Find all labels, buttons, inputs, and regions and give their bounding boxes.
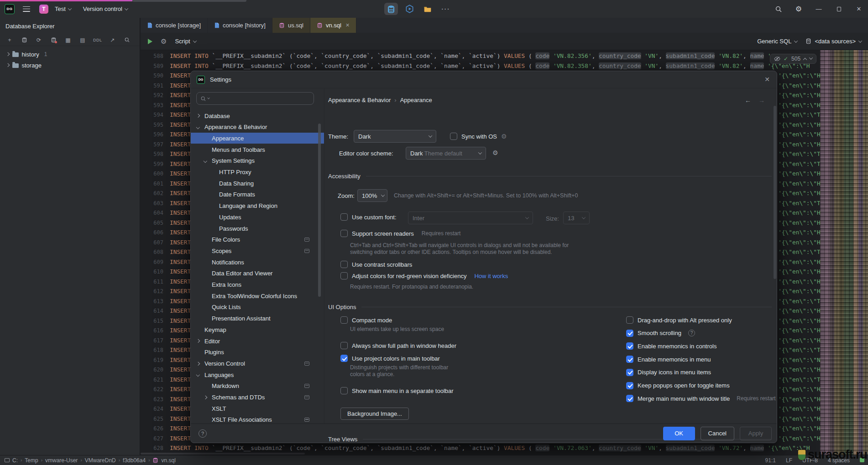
horizontal-scrollbar[interactable] [141,453,305,455]
enable-mnemonics-in-menu-checkbox[interactable] [626,356,633,363]
use-project-colors-in-main-toolbar-checkbox[interactable] [340,355,348,362]
run-services-button[interactable] [403,3,416,15]
sync-os-checkbox[interactable] [450,133,457,140]
chevron-icon[interactable] [204,396,207,399]
gear-icon[interactable]: ⚙ [492,149,498,156]
chevron-right-icon[interactable] [6,52,10,56]
settings-tree-item-passwords[interactable]: Passwords [191,223,324,234]
settings-tree-item-presentation-assistant[interactable]: Presentation Assistant [191,313,324,324]
status-widget-LF[interactable]: LF [786,457,792,464]
theme-select[interactable]: Dark [354,130,436,143]
help-circle-icon[interactable]: ? [688,330,695,336]
show-main-menu-in-a-separate-toolbar-checkbox[interactable] [340,387,348,394]
enable-mnemonics-in-controls-checkbox[interactable] [626,342,633,350]
back-arrow-icon[interactable]: ← [745,97,751,104]
refresh-icon[interactable]: ⟳ [35,36,43,44]
tab-vn-sql[interactable]: vn.sql✕ [310,18,356,33]
contrast-scrollbars-checkbox[interactable] [340,261,348,268]
settings-tree-item-database[interactable]: Database [191,110,324,121]
maximize-button[interactable] [830,0,848,18]
breadcrumb-item[interactable]: f3db06a4 [123,457,146,464]
breadcrumb-item[interactable]: vn.sql [161,457,175,464]
ok-button[interactable]: OK [663,427,695,440]
ddl-icon[interactable]: DDL [93,36,102,44]
scheme-select[interactable]: Dark Theme default [406,147,486,160]
jump-to-icon[interactable]: ↗ [109,36,117,44]
settings-tree-item-appearance[interactable]: Appearance [191,133,324,144]
main-menu-icon[interactable] [23,6,30,12]
redgreen-checkbox[interactable] [340,272,348,279]
smooth-scrolling-checkbox[interactable] [626,330,633,337]
editor-line[interactable]: 628INSERT INTO `__PREFIX__subadmin2` (`c… [141,444,810,452]
inspections-widget[interactable]: ✓ 505 [770,54,816,64]
breadcrumb-item[interactable]: C: [12,457,18,464]
settings-tree-item-notifications[interactable]: Notifications [191,257,324,268]
settings-search-input[interactable] [196,92,314,105]
settings-tree-item-menus-and-toolbars[interactable]: Menus and Toolbars [191,144,324,155]
settings-button[interactable]: ⚙ [790,0,808,18]
settings-tree-item-appearance-behavior[interactable]: Appearance & Behavior [191,122,324,133]
add-icon[interactable]: + [5,36,14,44]
background-image-button[interactable]: Background Image... [340,408,409,420]
chevron-icon[interactable] [196,339,200,343]
script-run-config[interactable]: Script [175,38,196,45]
project-avatar[interactable]: T [39,5,48,14]
layout-grid-icon[interactable]: ▤ [78,36,87,44]
settings-tree-item-scopes[interactable]: Scopes [191,245,324,256]
how-it-works-link[interactable]: How it works [474,273,508,279]
chevron-icon[interactable] [196,373,200,377]
find-icon[interactable] [123,36,131,44]
forward-arrow-icon[interactable]: → [758,97,765,104]
sql-dialect-selector[interactable]: Generic SQL [757,38,797,45]
settings-tree-item-extra-icons[interactable]: Extra Icons [191,279,324,290]
search-everywhere-button[interactable] [769,0,788,18]
content-scrollbar[interactable] [774,106,776,279]
settings-tree-item-updates[interactable]: Updates [191,212,324,222]
settings-tree-item-date-formats[interactable]: Date Formats [191,189,324,200]
breadcrumb-item[interactable]: Temp [25,457,38,464]
minimize-button[interactable]: — [810,0,828,18]
custom-font-checkbox[interactable] [340,213,348,221]
settings-tree-item-keymap[interactable]: Keymap [191,324,324,335]
gear-icon[interactable]: ⚙ [161,37,167,46]
settings-tree-item-data-editor-and-viewer[interactable]: Data Editor and Viewer [191,268,324,279]
data-source-icon[interactable] [20,36,28,44]
display-icons-in-menu-items-checkbox[interactable] [626,369,633,376]
breadcrumb-parent[interactable]: Appearance & Behavior [328,97,391,103]
editor-line[interactable]: 588INSERT INTO `__PREFIX__subadmin2` (`c… [141,52,810,60]
more-actions-button[interactable]: ··· [439,3,453,15]
gear-icon[interactable]: ⚙ [501,133,507,140]
settings-tree-item-language-and-region[interactable]: Language and Region [191,201,324,212]
chevron-icon[interactable] [196,125,200,129]
project-selector[interactable]: Test [52,4,74,14]
settings-tree-item-http-proxy[interactable]: HTTP Proxy [191,167,324,178]
drag-and-drop-with-alt-pressed-only-checkbox[interactable] [626,316,633,324]
status-widget-91-1[interactable]: 91:1 [765,457,776,464]
settings-tree-item-xslt[interactable]: XSLT [191,403,324,414]
font-size-select[interactable]: 13 [563,212,590,224]
run-script-button[interactable] [148,39,152,44]
tab-console-history-[interactable]: console [history] [208,18,272,33]
settings-tree-item-data-sharing[interactable]: Data Sharing [191,178,324,189]
tab-us-sql[interactable]: us.sql [272,18,310,33]
settings-tree-item-version-control[interactable]: Version Control [191,358,324,369]
tree-scrollbar[interactable] [318,124,321,297]
chevron-icon[interactable] [196,362,200,366]
database-tool-button[interactable] [384,3,398,15]
settings-tree-item-plugins[interactable]: Plugins [191,347,324,358]
settings-tree-item-editor[interactable]: Editor [191,336,324,346]
settings-tree-item-schemas-and-dtds[interactable]: Schemas and DTDs [191,392,324,403]
breadcrumb-item[interactable]: VMwareDnD [85,457,116,464]
close-icon[interactable]: ✕ [345,22,350,28]
always-show-full-path-in-window-header-checkbox[interactable] [340,342,348,349]
chevron-icon[interactable] [204,159,207,163]
close-button[interactable]: ✕ [850,0,868,18]
sidebar-item-storage[interactable]: storage [0,60,140,71]
version-control-menu[interactable]: Version control [80,4,131,14]
chevron-right-icon[interactable] [6,63,10,67]
chevron-icon[interactable] [196,114,200,118]
settings-tree-item-file-colors[interactable]: File Colors [191,234,324,245]
settings-tree-item-system-settings[interactable]: System Settings [191,155,324,166]
editor-line[interactable]: 589INSERT INTO `__PREFIX__subadmin2` (`c… [141,62,810,70]
settings-tree-item-xslt-file-associations[interactable]: XSLT File Associations [191,414,324,424]
